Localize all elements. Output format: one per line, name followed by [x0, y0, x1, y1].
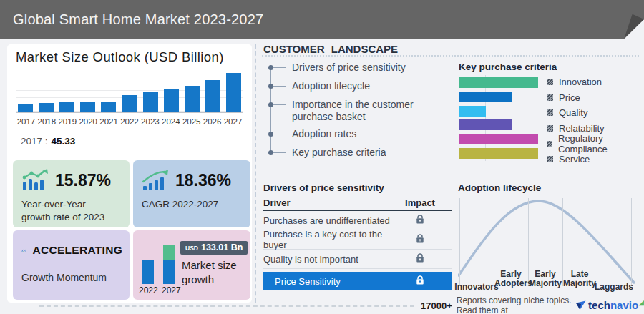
legend-marker-icon [547, 156, 553, 162]
criteria-bar [459, 119, 512, 130]
market-size-bar [205, 80, 220, 112]
mini-label-2022: 2022 [139, 285, 158, 295]
adoption-lifecycle-title: Adoption lifecycle [458, 182, 541, 193]
year-label: 2019 [57, 117, 78, 126]
landscape-item: Key purchase criteria [263, 147, 447, 160]
bullet-dot-icon [268, 102, 273, 107]
gridline [631, 198, 632, 286]
connector-line [273, 152, 286, 153]
driver-row: Purchases are undifferentiated [263, 211, 452, 230]
market-size-bar [59, 102, 74, 112]
year-label: 2021 [99, 117, 119, 126]
mini-bar-2027-base [163, 260, 175, 284]
market-size-bar [143, 92, 158, 112]
legend-marker-icon [547, 141, 552, 147]
landscape-item-label: Drivers of price sensitivity [292, 62, 406, 73]
market-size-bar [185, 86, 200, 112]
market-size-title: Market Size Outlook (USD Billion) [16, 49, 224, 65]
year-label: 2022 [119, 117, 140, 126]
legend-label: Regulatory Compliance [558, 133, 644, 154]
market-size-growth-box: 2022 2027 USD 133.01 Bn Market size grow… [133, 230, 250, 300]
stage-label: EarlyMajority [529, 270, 562, 291]
drivers-table: Driver Impact Purchases are undifferenti… [263, 196, 452, 290]
footer-dashed-line [39, 305, 414, 307]
landscape-item: Adoption rates [263, 128, 447, 142]
note-value: 45.33 [52, 136, 76, 147]
market-size-bar [80, 102, 95, 112]
key-purchase-criteria-chart [459, 75, 538, 161]
legend-label: Price [559, 92, 580, 103]
technavio-arrow-icon [576, 300, 586, 310]
legend-marker-icon [547, 79, 553, 85]
legend-marker-icon [547, 109, 553, 116]
header-bar: Global Smart Home Market 2023-2027 [0, 0, 644, 39]
report-count: 17000+ [421, 300, 452, 311]
stage-label: Laggards [597, 270, 630, 292]
criteria-bar [459, 134, 538, 144]
year-label: 2026 [202, 117, 223, 126]
legend-item: Regulatory Compliance [547, 136, 644, 152]
market-size-bar-chart [16, 72, 243, 113]
usd-growth-badge: USD 133.01 Bn [180, 241, 248, 255]
technavio-logo[interactable]: technavio◢ [576, 299, 644, 312]
yoy-label: Year-over-Year growth rate of 2023 [21, 198, 122, 223]
market-size-bar [39, 103, 54, 112]
legend-label: Quality [559, 107, 587, 118]
cagr-value: 18.36% [175, 171, 231, 190]
connector-line [273, 86, 286, 87]
driver-label: Quality is not important [263, 254, 395, 265]
lock-icon [395, 234, 452, 246]
year-label: 2020 [78, 117, 99, 126]
bullet-dot-icon [268, 84, 273, 89]
lock-icon [395, 253, 452, 265]
year-label: 2024 [160, 117, 181, 126]
legend-item: Quality [547, 105, 644, 121]
legend-label: Innovation [559, 77, 602, 87]
landscape-item: Importance in the customer purchase bask… [263, 99, 447, 123]
trend-bars-icon [21, 169, 49, 192]
bullet-dot-icon [268, 65, 273, 70]
connector-line [273, 104, 286, 105]
stage-label: LateMajority [563, 270, 596, 291]
connector-line [273, 134, 286, 134]
infographic-canvas: Global Smart Home Market 2023-2027 Marke… [0, 0, 644, 314]
drivers-table-header: Driver Impact [263, 196, 452, 211]
yoy-value: 15.87% [55, 171, 111, 190]
legend-item: Innovation [547, 74, 644, 90]
bullet-dot-icon [268, 132, 273, 137]
footer: 17000+ Reports covering niche topics. Re… [421, 298, 644, 313]
trademark-mark: ◢ [639, 299, 644, 306]
yoy-growth-box: 15.87% Year-over-Year growth rate of 202… [13, 160, 130, 227]
note-year: 2017 : [21, 136, 48, 147]
cagr-label: CAGR 2022-2027 [142, 198, 243, 211]
column-driver: Driver [263, 197, 395, 208]
legend-label: Relatability [559, 123, 605, 134]
customer-landscape-title: CUSTOMER LANDSCAPE [263, 43, 398, 55]
criteria-bar [459, 106, 486, 117]
footer-text: Reports covering niche topics. Read them… [457, 295, 572, 314]
market-size-bar [18, 104, 33, 112]
key-purchase-criteria-legend: InnovationPriceQualityRelatabilityRegula… [547, 74, 644, 167]
growth-arrow-icon [142, 169, 169, 192]
legend-marker-icon [547, 94, 553, 101]
bullet-dot-icon [268, 150, 273, 155]
price-sensitivity-row: Price Sensitivity [263, 272, 452, 290]
gauge-icon [21, 239, 26, 262]
year-label: 2023 [140, 117, 160, 126]
momentum-value: ACCELERATING [32, 244, 122, 257]
legend-label: Service [559, 154, 590, 165]
landscape-item-label: Key purchase criteria [292, 147, 386, 158]
page-title: Global Smart Home Market 2023-2027 [13, 0, 263, 39]
legend-marker-icon [547, 125, 553, 132]
market-size-bar [226, 73, 241, 112]
customer-landscape-list: Drivers of price sensitivityAdoption lif… [263, 62, 447, 165]
drivers-title: Drivers of price sensitivity [263, 182, 384, 193]
page-curl-decoration [620, 0, 644, 39]
growth-label: Market size growth [182, 258, 237, 286]
momentum-label: Growth Momentum [21, 271, 122, 284]
landscape-item-label: Adoption lifecycle [292, 80, 370, 92]
market-size-2017-note: 2017 :45.33 [21, 136, 75, 147]
driver-label: Purchase is a key cost to the buyer [263, 229, 395, 250]
growth-momentum-box: ACCELERATING Growth Momentum [13, 230, 130, 300]
mini-chart-topline [137, 245, 165, 245]
